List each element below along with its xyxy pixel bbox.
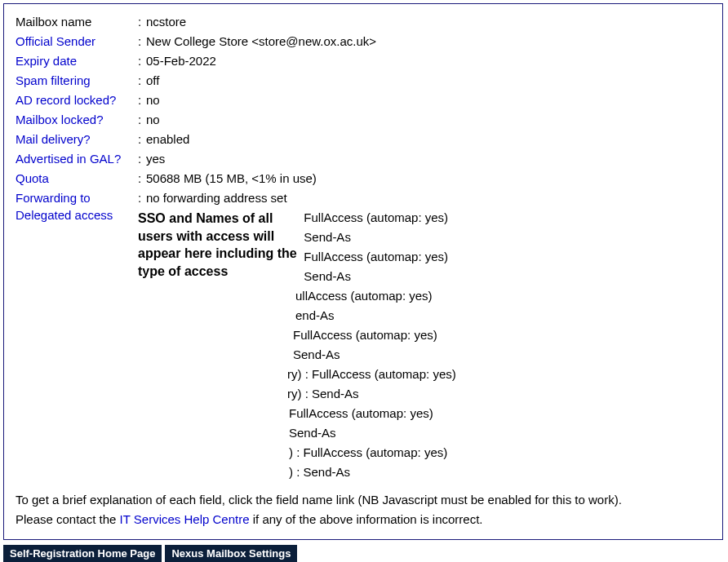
delegated-entry-text: FullAccess (automap: yes)	[312, 367, 456, 381]
row-ad-record-locked: AD record locked? : no	[16, 91, 711, 110]
delegated-entry: ry) : Send-As	[138, 384, 711, 404]
value-ad-record-locked: no	[146, 91, 160, 110]
delegated-entry-prefix: ry) :	[287, 387, 312, 400]
mailbox-info-panel: Mailbox name : ncstore Official Sender :…	[3, 3, 723, 540]
separator: :	[138, 12, 146, 32]
separator: :	[138, 188, 146, 208]
delegated-entry-prefix: ) :	[289, 445, 304, 459]
nexus-mailbox-settings-button[interactable]: Nexus Mailbox Settings	[165, 545, 297, 562]
it-services-help-centre-link[interactable]: IT Services Help Centre	[120, 512, 250, 526]
label-ad-record-locked[interactable]: AD record locked?	[16, 93, 116, 107]
value-advertised-in-gal: yes	[146, 149, 165, 169]
delegated-entry-prefix: ) :	[289, 465, 304, 479]
row-official-sender: Official Sender : New College Store <sto…	[16, 32, 711, 51]
value-spam-filtering: off	[146, 71, 159, 91]
label-quota[interactable]: Quota	[16, 171, 49, 185]
separator: :	[138, 91, 146, 110]
nav-buttons: Self-Registration Home Page Nexus Mailbo…	[3, 545, 725, 562]
delegated-entry-text: end-As	[295, 308, 335, 322]
separator: :	[138, 110, 146, 130]
annotation-text: SSO and Names of all users with access w…	[138, 210, 301, 280]
separator: :	[138, 130, 146, 149]
row-advertised-in-gal: Advertised in GAL? : yes	[16, 149, 711, 169]
delegated-entry: ) : FullAccess (automap: yes)	[138, 443, 711, 462]
footer-line1: To get a brief explanation of each field…	[16, 490, 711, 510]
value-expiry-date: 05-Feb-2022	[146, 51, 216, 71]
delegated-entry-text: FullAccess (automap: yes)	[293, 328, 437, 342]
label-delegated-access[interactable]: Delegated access	[16, 208, 113, 222]
footer-line2: Please contact the IT Services Help Cent…	[16, 510, 711, 529]
delegated-entry: Send-As	[138, 423, 711, 443]
value-mailbox-locked: no	[146, 110, 160, 130]
separator: :	[138, 71, 146, 91]
row-delegated-access: Delegated access SSO and Names of all us…	[16, 208, 711, 482]
row-mail-delivery: Mail delivery? : enabled	[16, 130, 711, 149]
label-mail-delivery[interactable]: Mail delivery?	[16, 132, 91, 146]
delegated-entry-text: ullAccess (automap: yes)	[295, 289, 433, 303]
value-forwarding-to: no forwarding address set	[146, 188, 287, 208]
row-expiry-date: Expiry date : 05-Feb-2022	[16, 51, 711, 71]
label-forwarding-to[interactable]: Forwarding to	[16, 191, 91, 205]
separator: :	[138, 51, 146, 71]
label-mailbox-locked[interactable]: Mailbox locked?	[16, 113, 104, 126]
delegated-entry-text: Send-As	[312, 387, 359, 400]
delegated-entry: ullAccess (automap: yes)	[138, 286, 711, 306]
label-expiry-date[interactable]: Expiry date	[16, 54, 77, 68]
label-mailbox-name: Mailbox name	[16, 12, 138, 32]
delegated-entry: end-As	[138, 306, 711, 325]
footer-note: To get a brief explanation of each field…	[16, 490, 711, 529]
separator: :	[138, 32, 146, 51]
value-mailbox-name: ncstore	[146, 12, 186, 32]
row-forwarding-to: Forwarding to : no forwarding address se…	[16, 188, 711, 208]
value-official-sender: New College Store <store@new.ox.ac.uk>	[146, 32, 376, 51]
delegated-entry-text: Send-As	[289, 426, 336, 440]
row-mailbox-locked: Mailbox locked? : no	[16, 110, 711, 130]
value-quota: 50688 MB (15 MB, <1% in use)	[146, 169, 317, 188]
delegated-entry-text: FullAccess (automap: yes)	[304, 210, 448, 224]
footer-line2-post: if any of the above information is incor…	[250, 512, 483, 526]
delegated-entry: FullAccess (automap: yes)	[138, 325, 711, 345]
annotation-overlay: SSO and Names of all users with access w…	[138, 208, 301, 281]
delegated-entry: FullAccess (automap: yes)	[138, 404, 711, 423]
delegated-entry-text: FullAccess (automap: yes)	[289, 406, 433, 420]
delegated-entry-text: Send-As	[304, 230, 351, 244]
delegated-entry-text: Send-As	[304, 269, 351, 283]
delegated-entry-text: FullAccess (automap: yes)	[304, 445, 448, 459]
delegated-entry-text: Send-As	[304, 465, 351, 479]
row-spam-filtering: Spam filtering : off	[16, 71, 711, 91]
row-quota: Quota : 50688 MB (15 MB, <1% in use)	[16, 169, 711, 188]
label-advertised-in-gal[interactable]: Advertised in GAL?	[16, 152, 121, 166]
separator: :	[138, 149, 146, 169]
separator: :	[138, 169, 146, 188]
delegated-entry-text: FullAccess (automap: yes)	[304, 250, 448, 263]
row-mailbox-name: Mailbox name : ncstore	[16, 12, 711, 32]
label-official-sender[interactable]: Official Sender	[16, 34, 95, 48]
value-mail-delivery: enabled	[146, 130, 189, 149]
delegated-entry: ry) : FullAccess (automap: yes)	[138, 365, 711, 384]
delegated-entry-prefix: ry) :	[287, 367, 312, 381]
delegated-entry-text: Send-As	[293, 347, 340, 361]
label-spam-filtering[interactable]: Spam filtering	[16, 73, 91, 87]
delegated-entry: ) : Send-As	[138, 462, 711, 482]
footer-line2-pre: Please contact the	[16, 512, 120, 526]
delegated-entry: Send-As	[138, 345, 711, 365]
self-registration-home-button[interactable]: Self-Registration Home Page	[3, 545, 162, 562]
